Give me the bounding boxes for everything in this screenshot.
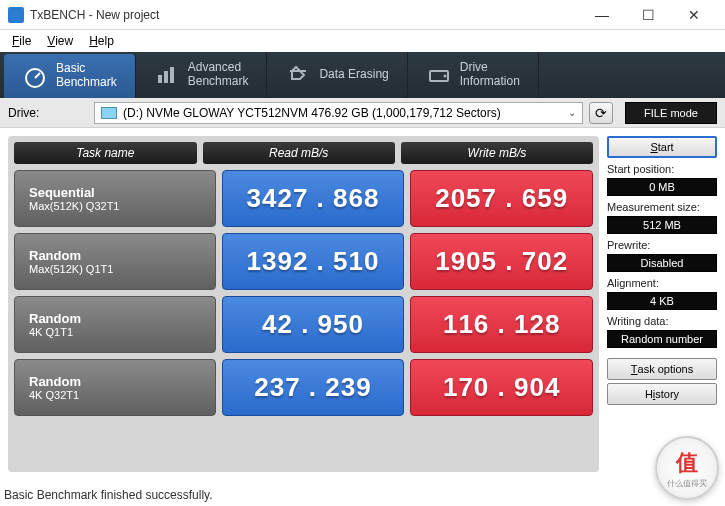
drive-label: Drive: xyxy=(8,106,88,120)
tab-drive-information[interactable]: DriveInformation xyxy=(408,52,539,98)
side-panel: Start Start position: 0 MB Measurement s… xyxy=(607,136,717,472)
status-bar: Basic Benchmark finished successfully. xyxy=(0,488,217,506)
history-button[interactable]: History xyxy=(607,383,717,405)
task-options-button[interactable]: Task options xyxy=(607,358,717,380)
start-position-value[interactable]: 0 MB xyxy=(607,178,717,196)
writing-data-label: Writing data: xyxy=(607,315,717,327)
task-sub: 4K Q32T1 xyxy=(29,389,201,401)
drive-selected-text: (D:) NVMe GLOWAY YCT512NVM 476.92 GB (1,… xyxy=(123,106,501,120)
menu-help[interactable]: Help xyxy=(81,32,122,50)
header-read: Read mB/s xyxy=(203,142,395,164)
benchmark-table: Task name Read mB/s Write mB/s Sequentia… xyxy=(8,136,599,472)
prewrite-value[interactable]: Disabled xyxy=(607,254,717,272)
menu-view[interactable]: View xyxy=(39,32,81,50)
disk-icon xyxy=(101,107,117,119)
tab-label: DriveInformation xyxy=(460,61,520,89)
task-sub: Max(512K) Q32T1 xyxy=(29,200,201,212)
read-value: 237 . 239 xyxy=(222,359,405,416)
watermark-sub: 什么值得买 xyxy=(667,478,707,489)
tab-label: Data Erasing xyxy=(319,68,388,82)
svg-rect-4 xyxy=(170,67,174,83)
task-name: Random xyxy=(29,374,201,389)
read-value: 42 . 950 xyxy=(222,296,405,353)
tab-label: AdvancedBenchmark xyxy=(188,61,249,89)
task-cell[interactable]: SequentialMax(512K) Q32T1 xyxy=(14,170,216,227)
tab-basic-benchmark[interactable]: BasicBenchmark xyxy=(4,54,136,98)
task-cell[interactable]: Random4K Q1T1 xyxy=(14,296,216,353)
tab-data-erasing[interactable]: Data Erasing xyxy=(267,52,407,98)
write-value: 1905 . 702 xyxy=(410,233,593,290)
window-title: TxBENCH - New project xyxy=(30,8,579,22)
alignment-value[interactable]: 4 KB xyxy=(607,292,717,310)
write-value: 116 . 128 xyxy=(410,296,593,353)
app-icon xyxy=(8,7,24,23)
menu-bar: File View Help xyxy=(0,30,725,52)
write-value: 2057 . 659 xyxy=(410,170,593,227)
svg-point-6 xyxy=(443,75,446,78)
watermark-main: 值 xyxy=(676,448,698,478)
watermark-badge: 值 什么值得买 xyxy=(655,436,719,500)
gauge-icon xyxy=(22,63,48,89)
drive-select[interactable]: (D:) NVMe GLOWAY YCT512NVM 476.92 GB (1,… xyxy=(94,102,583,124)
task-name: Random xyxy=(29,248,201,263)
task-sub: 4K Q1T1 xyxy=(29,326,201,338)
table-row: SequentialMax(512K) Q32T13427 . 8682057 … xyxy=(14,170,593,227)
header-task: Task name xyxy=(14,142,197,164)
tab-label: BasicBenchmark xyxy=(56,62,117,90)
task-name: Sequential xyxy=(29,185,201,200)
bars-icon xyxy=(154,62,180,88)
chevron-down-icon: ⌄ xyxy=(568,107,576,118)
task-cell[interactable]: Random4K Q32T1 xyxy=(14,359,216,416)
writing-data-value[interactable]: Random number xyxy=(607,330,717,348)
erase-icon xyxy=(285,62,311,88)
read-value: 3427 . 868 xyxy=(222,170,405,227)
refresh-icon: ⟳ xyxy=(595,105,607,121)
start-button[interactable]: Start xyxy=(607,136,717,158)
title-bar: TxBENCH - New project — ☐ ✕ xyxy=(0,0,725,30)
start-position-label: Start position: xyxy=(607,163,717,175)
measurement-size-value[interactable]: 512 MB xyxy=(607,216,717,234)
svg-rect-2 xyxy=(158,75,162,83)
menu-file[interactable]: File xyxy=(4,32,39,50)
table-row: RandomMax(512K) Q1T11392 . 5101905 . 702 xyxy=(14,233,593,290)
task-cell[interactable]: RandomMax(512K) Q1T1 xyxy=(14,233,216,290)
read-value: 1392 . 510 xyxy=(222,233,405,290)
file-mode-button[interactable]: FILE mode xyxy=(625,102,717,124)
task-name: Random xyxy=(29,311,201,326)
refresh-button[interactable]: ⟳ xyxy=(589,102,613,124)
alignment-label: Alignment: xyxy=(607,277,717,289)
maximize-button[interactable]: ☐ xyxy=(625,0,671,30)
close-button[interactable]: ✕ xyxy=(671,0,717,30)
svg-rect-3 xyxy=(164,71,168,83)
header-write: Write mB/s xyxy=(401,142,593,164)
tab-bar: BasicBenchmark AdvancedBenchmark Data Er… xyxy=(0,52,725,98)
drive-icon xyxy=(426,62,452,88)
table-row: Random4K Q32T1237 . 239170 . 904 xyxy=(14,359,593,416)
measurement-size-label: Measurement size: xyxy=(607,201,717,213)
prewrite-label: Prewrite: xyxy=(607,239,717,251)
drive-row: Drive: (D:) NVMe GLOWAY YCT512NVM 476.92… xyxy=(0,98,725,128)
svg-line-1 xyxy=(35,73,40,78)
tab-advanced-benchmark[interactable]: AdvancedBenchmark xyxy=(136,52,268,98)
table-row: Random4K Q1T142 . 950116 . 128 xyxy=(14,296,593,353)
minimize-button[interactable]: — xyxy=(579,0,625,30)
write-value: 170 . 904 xyxy=(410,359,593,416)
task-sub: Max(512K) Q1T1 xyxy=(29,263,201,275)
